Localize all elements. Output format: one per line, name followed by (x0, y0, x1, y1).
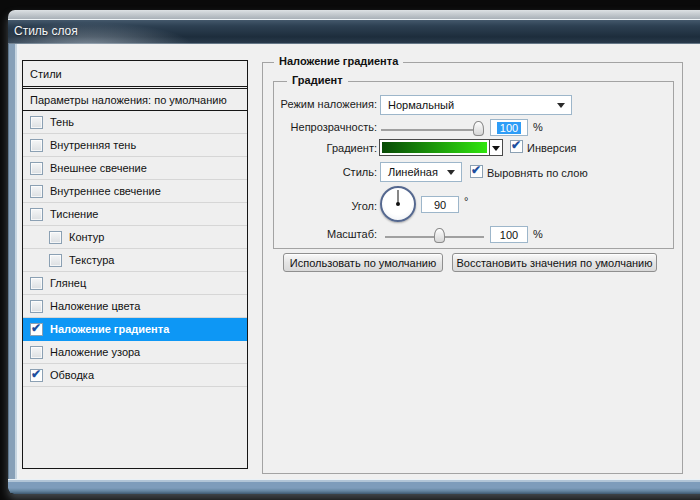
style-label: Текстура (69, 254, 114, 266)
gradient-picker-button[interactable] (489, 139, 503, 156)
scale-unit: % (533, 228, 543, 240)
style-list-item[interactable]: Внутреннее свечение (23, 180, 247, 203)
opacity-value: 100 (497, 122, 521, 134)
subgroup-title: Градиент (287, 74, 348, 86)
window-frame-bottom (8, 479, 700, 494)
style-label: Наложение узора (50, 346, 140, 358)
group-title: Наложение градиента (274, 55, 403, 67)
desktop-background: Стиль слоя Стили Параметры наложения: по… (0, 0, 700, 500)
style-list-item[interactable]: Наложение градиента (23, 318, 247, 341)
style-checkbox[interactable] (30, 277, 43, 290)
blend-mode-dropdown[interactable]: Нормальный (380, 95, 572, 115)
style-list-item[interactable]: Тень (23, 111, 247, 134)
style-checkbox[interactable] (30, 346, 43, 359)
chevron-down-icon (447, 170, 455, 175)
style-list-item[interactable]: Обводка (23, 364, 247, 387)
gradient-label: Градиент: (276, 142, 377, 154)
style-checkbox[interactable] (30, 323, 43, 336)
style-list-item[interactable]: Наложение узора (23, 341, 247, 364)
align-with-layer-label: Выровнять по слою (487, 167, 588, 179)
window-frame-left (8, 44, 19, 479)
style-list-item[interactable]: Текстура (23, 249, 247, 272)
style-label: Контур (69, 231, 104, 243)
style-dropdown[interactable]: Линейная (380, 162, 462, 182)
chevron-down-icon (557, 103, 565, 108)
reverse-label: Инверсия (527, 142, 577, 154)
style-label: Глянец (50, 277, 86, 289)
angle-label: Угол: (276, 200, 377, 212)
style-list-item[interactable]: Внутренняя тень (23, 134, 247, 157)
titlebar[interactable]: Стиль слоя (8, 10, 700, 44)
sidebar-item-blending-options[interactable]: Параметры наложения: по умолчанию (23, 88, 247, 111)
style-list-item[interactable]: Тиснение (23, 203, 247, 226)
gradient-overlay-group: Наложение градиента Градиент Режим налож… (262, 62, 683, 474)
sidebar-item-styles[interactable]: Стили (23, 61, 247, 87)
titlebar-glass: Стиль слоя (8, 20, 700, 44)
gradient-swatch[interactable] (379, 139, 490, 156)
blend-mode-value: Нормальный (388, 99, 454, 111)
opacity-input[interactable]: 100 (490, 119, 528, 136)
blend-mode-label: Режим наложения: (276, 98, 377, 110)
style-list-item[interactable]: Наложение цвета (23, 295, 247, 318)
align-with-layer-checkbox[interactable] (470, 165, 483, 178)
restore-default-button[interactable]: Восстановить значения по умолчанию (452, 253, 657, 272)
opacity-slider-thumb[interactable] (473, 121, 484, 136)
reverse-checkbox[interactable] (510, 140, 523, 153)
style-checkbox[interactable] (30, 208, 43, 221)
style-label: Наложение градиента (50, 323, 169, 335)
scale-slider-thumb[interactable] (434, 228, 445, 243)
style-value: Линейная (388, 166, 438, 178)
gradient-subgroup: Градиент Режим наложения: Нормальный Неп… (273, 81, 674, 249)
style-list-item[interactable]: Глянец (23, 272, 247, 295)
titlebar-top-edge (8, 10, 700, 20)
layer-style-dialog: Стиль слоя Стили Параметры наложения: по… (8, 10, 700, 494)
style-checkbox[interactable] (30, 139, 43, 152)
style-list-item[interactable]: Контур (23, 226, 247, 249)
style-checkbox[interactable] (30, 162, 43, 175)
angle-center-dot (396, 202, 400, 206)
style-checkbox[interactable] (30, 300, 43, 313)
angle-dial[interactable] (380, 186, 416, 222)
style-label: Обводка (50, 369, 94, 381)
angle-value: 90 (434, 199, 446, 211)
style-label: Внутреннее свечение (50, 185, 161, 197)
style-label: Тень (50, 116, 74, 128)
style-label: Тиснение (50, 208, 98, 220)
scale-input[interactable]: 100 (490, 226, 528, 243)
angle-unit: ° (464, 195, 468, 207)
style-checkbox[interactable] (30, 369, 43, 382)
scale-label: Масштаб: (276, 228, 377, 240)
styles-sidebar: Стили Параметры наложения: по умолчанию … (22, 60, 248, 469)
chevron-down-icon (492, 146, 500, 151)
style-label: Стиль: (276, 166, 377, 178)
style-label: Внутренняя тень (50, 139, 136, 151)
use-default-button[interactable]: Использовать по умолчанию (283, 253, 443, 272)
style-label: Внешнее свечение (50, 162, 147, 174)
scale-value: 100 (500, 229, 518, 241)
style-list-item[interactable]: Внешнее свечение (23, 157, 247, 180)
style-checkbox[interactable] (30, 116, 43, 129)
style-list: Тень Внутренняя тень Внешнее свечение Вн… (23, 111, 247, 387)
opacity-unit: % (533, 121, 543, 133)
gradient-preview (382, 142, 487, 153)
style-checkbox[interactable] (49, 231, 62, 244)
angle-input[interactable]: 90 (421, 196, 459, 213)
style-label: Наложение цвета (50, 300, 140, 312)
opacity-label: Непрозрачность: (276, 121, 377, 133)
window-title: Стиль слоя (14, 20, 78, 44)
opacity-slider-track[interactable] (381, 129, 481, 131)
dialog-client-area: Стили Параметры наложения: по умолчанию … (19, 44, 700, 479)
style-checkbox[interactable] (49, 254, 62, 267)
style-checkbox[interactable] (30, 185, 43, 198)
